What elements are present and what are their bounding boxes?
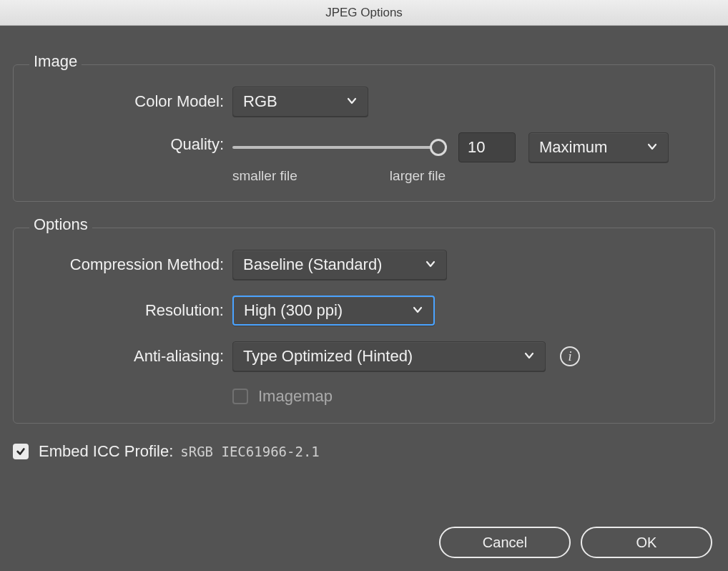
compression-value: Baseline (Standard) [243, 255, 382, 274]
color-model-label: Color Model: [34, 92, 232, 111]
dialog-content: Image Color Model: RGB Quality: [0, 26, 728, 571]
info-icon[interactable]: i [560, 346, 580, 366]
quality-slider[interactable] [232, 139, 446, 156]
image-group: Image Color Model: RGB Quality: [13, 64, 715, 202]
dialog-titlebar: JPEG Options [0, 0, 728, 26]
chevron-down-icon [346, 92, 358, 111]
slider-max-label: larger file [390, 168, 446, 184]
quality-preset-dropdown[interactable]: Maximum [528, 132, 669, 162]
embed-icc-row: Embed ICC Profile: sRGB IEC61966-2.1 [13, 442, 715, 461]
compression-label: Compression Method: [34, 255, 232, 274]
resolution-row: Resolution: High (300 ppi) [34, 296, 694, 326]
checkbox-box-icon [232, 389, 248, 404]
quality-value-text: 10 [468, 138, 485, 157]
quality-preset-value: Maximum [539, 138, 607, 157]
embed-icc-checkbox[interactable]: Embed ICC Profile: [13, 442, 173, 461]
ok-button-label: OK [636, 535, 657, 551]
antialias-row: Anti-aliasing: Type Optimized (Hinted) i [34, 341, 694, 371]
dialog-footer: Cancel OK [439, 527, 712, 558]
cancel-button-label: Cancel [483, 535, 527, 551]
image-group-title: Image [29, 52, 82, 71]
options-group: Options Compression Method: Baseline (St… [13, 228, 715, 424]
chevron-down-icon [523, 347, 535, 366]
slider-thumb[interactable] [430, 139, 447, 156]
antialias-label: Anti-aliasing: [34, 347, 232, 366]
color-model-value: RGB [243, 92, 277, 111]
imagemap-row: Imagemap [34, 387, 694, 406]
slider-min-label: smaller file [232, 168, 297, 184]
quality-controls: 10 Maximum smaller file larger file [232, 132, 669, 184]
resolution-label: Resolution: [34, 301, 232, 320]
antialias-dropdown[interactable]: Type Optimized (Hinted) [232, 341, 546, 371]
compression-dropdown[interactable]: Baseline (Standard) [232, 250, 447, 280]
color-model-row: Color Model: RGB [34, 87, 694, 117]
chevron-down-icon [646, 138, 658, 157]
antialias-value: Type Optimized (Hinted) [243, 347, 413, 366]
color-model-dropdown[interactable]: RGB [232, 87, 368, 117]
quality-value-input[interactable]: 10 [458, 132, 516, 162]
imagemap-label: Imagemap [258, 387, 333, 406]
chevron-down-icon [425, 255, 436, 274]
embed-icc-label: Embed ICC Profile: [39, 442, 173, 461]
dialog-title: JPEG Options [325, 6, 403, 20]
chevron-down-icon [412, 301, 423, 320]
compression-row: Compression Method: Baseline (Standard) [34, 250, 694, 280]
quality-label: Quality: [34, 132, 232, 154]
slider-track [232, 146, 446, 149]
checkbox-checked-icon [13, 444, 29, 459]
cancel-button[interactable]: Cancel [439, 527, 571, 558]
embed-icc-profile-name: sRGB IEC61966-2.1 [180, 444, 319, 459]
quality-row: Quality: 10 Maximum [34, 132, 694, 184]
slider-labels: smaller file larger file [232, 168, 446, 184]
options-group-title: Options [29, 215, 92, 234]
imagemap-checkbox: Imagemap [232, 387, 333, 406]
resolution-dropdown[interactable]: High (300 ppi) [232, 296, 435, 326]
resolution-value: High (300 ppi) [244, 301, 343, 320]
ok-button[interactable]: OK [581, 527, 712, 558]
